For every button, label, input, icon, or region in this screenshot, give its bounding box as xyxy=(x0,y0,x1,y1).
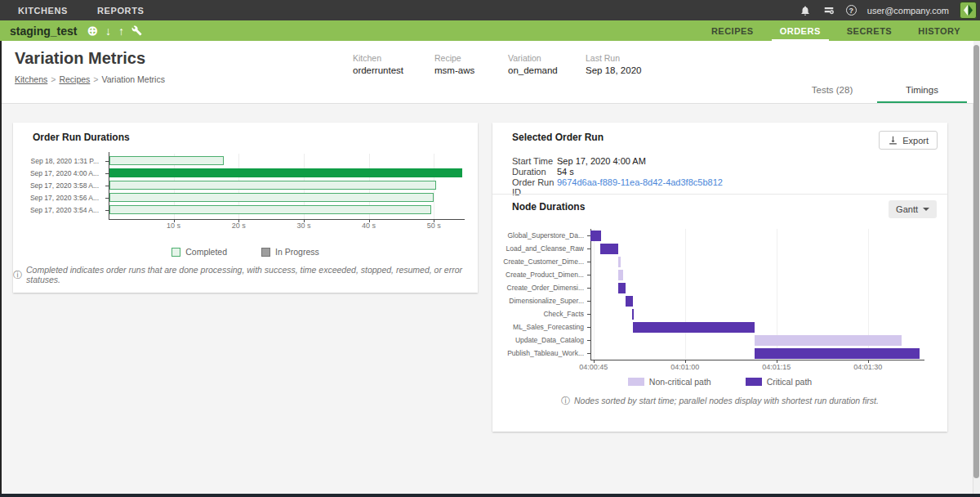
order-run-durations-title: Order Run Durations xyxy=(33,132,130,143)
x-tick xyxy=(777,360,777,363)
arrow-up-icon[interactable]: ↑ xyxy=(118,25,124,37)
export-label: Export xyxy=(902,136,929,146)
category-label: Global_Superstore_Da... xyxy=(497,231,584,240)
legend-item-in-progress[interactable]: In Progress xyxy=(261,247,319,257)
category-label: Sep 17, 2020 3:58 A... xyxy=(19,181,99,190)
chevron-down-icon xyxy=(923,208,929,211)
page-header: Variation Metrics Kitchens>Recipes>Varia… xyxy=(2,41,973,104)
order-run-bar[interactable] xyxy=(109,193,434,202)
nav-item-kitchens[interactable]: KITCHENS xyxy=(18,6,68,16)
y-tick xyxy=(587,340,590,341)
y-tick xyxy=(105,198,109,199)
gantt-bar-critical[interactable] xyxy=(590,231,601,241)
detail-label: Duration xyxy=(512,167,557,177)
brand-logo-icon[interactable] xyxy=(960,2,977,19)
gantt-bar-non-critical[interactable] xyxy=(618,270,622,280)
orders-chart-note: ⓘ Completed indicates order runs that ar… xyxy=(13,265,478,284)
x-axis-line xyxy=(109,219,465,220)
detail-duration: Duration 54 s xyxy=(512,167,574,177)
y-tick xyxy=(105,161,109,162)
x-tick xyxy=(434,219,434,222)
legend-label: Non-critical path xyxy=(649,377,711,387)
category-label: Update_Data_Catalog xyxy=(497,336,584,344)
help-icon[interactable]: ? xyxy=(846,5,857,16)
top-nav-right: ? user@company.com xyxy=(799,2,980,19)
category-label: ML_Sales_Forecasting xyxy=(497,323,584,331)
meta-label: Variation xyxy=(508,53,558,63)
scrollbar-thumb[interactable] xyxy=(973,45,979,478)
category-label: Create_Order_Dimensi... xyxy=(497,284,584,292)
y-tick xyxy=(587,275,590,275)
x-tick xyxy=(868,360,869,363)
x-tick xyxy=(238,219,239,222)
view-selector-dropdown[interactable]: Gantt xyxy=(889,200,937,218)
tab-secrets[interactable]: SECRETS xyxy=(834,20,905,41)
legend-label: Completed xyxy=(185,247,227,257)
top-nav: KITCHENS REPORTS ? user@company.com xyxy=(0,0,980,20)
order-run-bar[interactable] xyxy=(109,156,224,165)
legend-label: Critical path xyxy=(767,377,812,387)
tab-history[interactable]: HISTORY xyxy=(905,20,973,41)
divider xyxy=(492,194,947,195)
breadcrumb-link-recipes[interactable]: Recipes xyxy=(59,74,90,84)
add-circle-icon[interactable]: ⊕ xyxy=(87,25,97,38)
gantt-bar-critical[interactable] xyxy=(626,296,633,307)
tab-tests[interactable]: Tests (28) xyxy=(787,76,877,103)
x-tick-label: 50 s xyxy=(417,222,450,230)
detail-value: 54 s xyxy=(557,167,574,177)
bell-icon[interactable] xyxy=(799,4,812,17)
tab-timings[interactable]: Timings xyxy=(877,76,967,103)
tab-orders[interactable]: ORDERS xyxy=(767,20,834,41)
meta-recipe: Recipe msm-aws xyxy=(434,53,474,75)
note-text: Nodes sorted by start time; parallel nod… xyxy=(574,396,879,405)
gridline xyxy=(685,229,686,360)
export-button[interactable]: Export xyxy=(879,131,938,150)
legend-item-non-critical[interactable]: Non-critical path xyxy=(628,377,711,387)
x-tick-label: 30 s xyxy=(287,222,320,230)
meta-value: msm-aws xyxy=(434,65,474,75)
orders-chart-legend: Completed In Progress xyxy=(13,247,478,257)
breadcrumb-separator: > xyxy=(51,74,56,84)
critical-swatch-icon xyxy=(746,378,762,386)
category-label: Sep 18, 2020 1:31 P... xyxy=(19,157,99,165)
wrench-icon[interactable] xyxy=(131,25,142,36)
meta-label: Recipe xyxy=(434,53,474,63)
kitchen-tabs: RECIPES ORDERS SECRETS HISTORY xyxy=(698,20,980,41)
x-tick-label: 40 s xyxy=(353,222,385,230)
gridline xyxy=(594,229,595,360)
nav-item-reports[interactable]: REPORTS xyxy=(97,6,144,16)
gantt-bar-critical[interactable] xyxy=(755,348,920,359)
category-label: Create_Customer_Dime... xyxy=(497,257,584,266)
tab-recipes[interactable]: RECIPES xyxy=(698,20,767,41)
y-tick xyxy=(105,186,109,186)
order-run-bar-selected[interactable] xyxy=(109,168,462,177)
order-run-durations-card: Order Run Durations 10 s20 s30 s40 s50 s… xyxy=(13,123,478,293)
agent-tools-icon[interactable] xyxy=(822,4,835,17)
category-label: Create_Product_Dimen... xyxy=(497,271,584,279)
legend-item-completed[interactable]: Completed xyxy=(172,247,227,257)
gantt-bar-critical[interactable] xyxy=(633,322,755,333)
user-email[interactable]: user@company.com xyxy=(867,6,949,16)
order-run-bar[interactable] xyxy=(109,181,436,190)
gantt-bar-non-critical[interactable] xyxy=(618,257,621,267)
meta-label: Kitchen xyxy=(353,53,403,63)
in-progress-swatch-icon xyxy=(261,248,270,257)
arrow-down-icon[interactable]: ↓ xyxy=(105,25,111,37)
category-label: Dimensionalize_Super... xyxy=(497,297,584,305)
gantt-bar-non-critical[interactable] xyxy=(755,335,902,346)
order-run-bar[interactable] xyxy=(109,205,431,214)
y-tick xyxy=(587,288,590,289)
meta-value: Sep 18, 2020 xyxy=(586,65,641,75)
y-tick xyxy=(587,248,590,249)
legend-item-critical[interactable]: Critical path xyxy=(746,377,812,387)
kitchen-actions: ⊕ ↓ ↑ xyxy=(87,25,141,38)
gantt-bar-critical[interactable] xyxy=(618,283,626,293)
x-tick-label: 04:01:00 xyxy=(665,363,706,371)
breadcrumb-link-kitchens[interactable]: Kitchens xyxy=(15,74,47,84)
scrollbar-track[interactable] xyxy=(973,41,980,494)
gantt-bar-critical[interactable] xyxy=(632,309,634,320)
top-nav-left: KITCHENS REPORTS xyxy=(0,6,144,16)
y-tick xyxy=(587,301,590,302)
gantt-bar-critical[interactable] xyxy=(600,244,618,254)
x-tick-label: 04:00:45 xyxy=(573,363,614,371)
